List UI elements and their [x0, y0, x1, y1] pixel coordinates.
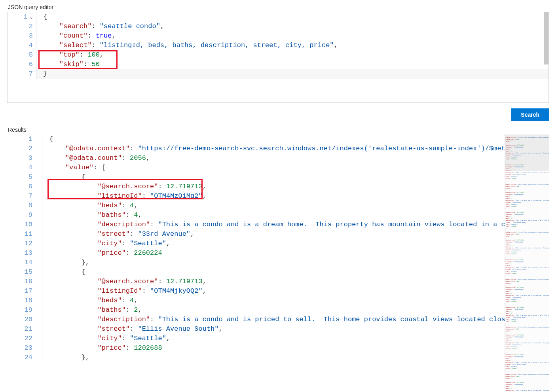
code-line[interactable]: "top": 100,	[36, 50, 548, 60]
code-line[interactable]: {	[42, 172, 505, 182]
code-line[interactable]: "listingId": "OTM4MjkyOQ2",	[42, 286, 505, 296]
results-label: Results	[7, 127, 549, 133]
results-line-gutter: 123456789101112131415161718192021222324	[7, 134, 41, 362]
line-number: 3	[7, 153, 32, 163]
line-number: 23	[7, 343, 32, 353]
code-line[interactable]: "price": 1202688	[42, 343, 505, 353]
code-line[interactable]: "description": "This is a condo and is a…	[42, 220, 505, 229]
code-line[interactable]: "@odata.context": "https://free-demo-sea…	[42, 144, 505, 153]
line-number: 4	[7, 163, 32, 172]
line-number: 5	[7, 172, 32, 182]
line-number: 11	[7, 229, 32, 239]
line-number: 7	[7, 191, 32, 201]
line-number: 13	[7, 248, 32, 258]
line-number: 19	[7, 305, 32, 315]
line-number: 2	[8, 22, 33, 31]
line-number: 14	[7, 258, 32, 267]
code-line[interactable]: "city": "Seattle",	[42, 334, 505, 343]
code-line[interactable]: "@search.score": 12.719713,	[42, 182, 505, 191]
line-number: 6	[8, 60, 33, 69]
code-line[interactable]: "count": true,	[36, 31, 548, 41]
code-line[interactable]: {	[36, 12, 548, 22]
line-number: 1⌄	[8, 12, 33, 22]
minimap[interactable]: { "@odata.context": "https://free-demo-s…	[505, 134, 549, 392]
line-number: 5	[8, 50, 33, 60]
code-line[interactable]: },	[42, 258, 505, 267]
code-line[interactable]: "listingId": "OTM4MzQ1Mg2",	[42, 191, 505, 201]
search-button[interactable]: Search	[511, 108, 549, 121]
code-line[interactable]: }	[36, 69, 548, 79]
line-number: 21	[7, 324, 32, 334]
code-line[interactable]: "search": "seattle condo",	[36, 22, 548, 31]
line-number: 10	[7, 220, 32, 229]
line-number: 2	[7, 144, 32, 153]
code-line[interactable]: "price": 2260224	[42, 248, 505, 258]
code-line[interactable]: "baths": 2,	[42, 305, 505, 315]
code-line[interactable]: "beds": 4,	[42, 296, 505, 305]
code-line[interactable]: "select": "listingId, beds, baths, descr…	[36, 41, 548, 50]
query-code-area[interactable]: { "search": "seattle condo", "count": tr…	[36, 12, 548, 79]
line-number: 22	[7, 334, 32, 343]
code-line[interactable]: "street": "33rd Avenue",	[42, 229, 505, 239]
json-query-editor[interactable]: 1⌄234567 { "search": "seattle condo", "c…	[7, 12, 549, 103]
line-number: 24	[7, 353, 32, 362]
results-panel: 123456789101112131415161718192021222324 …	[7, 134, 549, 392]
code-line[interactable]: "description": "This is a condo and is p…	[42, 315, 505, 324]
line-number: 15	[7, 267, 32, 277]
line-number: 12	[7, 239, 32, 248]
code-line[interactable]: "value": [	[42, 163, 505, 172]
line-number: 4	[8, 41, 33, 50]
minimap-viewport[interactable]	[505, 134, 549, 171]
code-line[interactable]: "skip": 50	[36, 60, 548, 69]
line-number: 7	[8, 69, 33, 79]
line-number: 9	[7, 210, 32, 220]
line-number: 17	[7, 286, 32, 296]
code-line[interactable]: {	[42, 267, 505, 277]
line-number: 6	[7, 182, 32, 191]
json-query-editor-label: JSON query editor	[7, 4, 549, 10]
code-line[interactable]: {	[42, 134, 505, 144]
code-line[interactable]: "beds": 4,	[42, 201, 505, 210]
editor-scrollbar[interactable]	[544, 12, 548, 64]
code-line[interactable]: "@search.score": 12.719713,	[42, 277, 505, 286]
code-line[interactable]: "street": "Ellis Avenue South",	[42, 324, 505, 334]
line-number: 1	[7, 134, 32, 144]
code-line[interactable]: "@odata.count": 2056,	[42, 153, 505, 163]
query-line-gutter: 1⌄234567	[8, 12, 35, 79]
code-line[interactable]: "baths": 4,	[42, 210, 505, 220]
fold-caret-icon[interactable]: ⌄	[30, 12, 33, 22]
line-number: 18	[7, 296, 32, 305]
code-line[interactable]: },	[42, 353, 505, 362]
code-line[interactable]: "city": "Seattle",	[42, 239, 505, 248]
results-code-editor[interactable]: 123456789101112131415161718192021222324 …	[7, 134, 505, 362]
line-number: 3	[8, 31, 33, 41]
line-number: 8	[7, 201, 32, 210]
line-number: 16	[7, 277, 32, 286]
results-code-area[interactable]: { "@odata.context": "https://free-demo-s…	[42, 134, 505, 362]
line-number: 20	[7, 315, 32, 324]
